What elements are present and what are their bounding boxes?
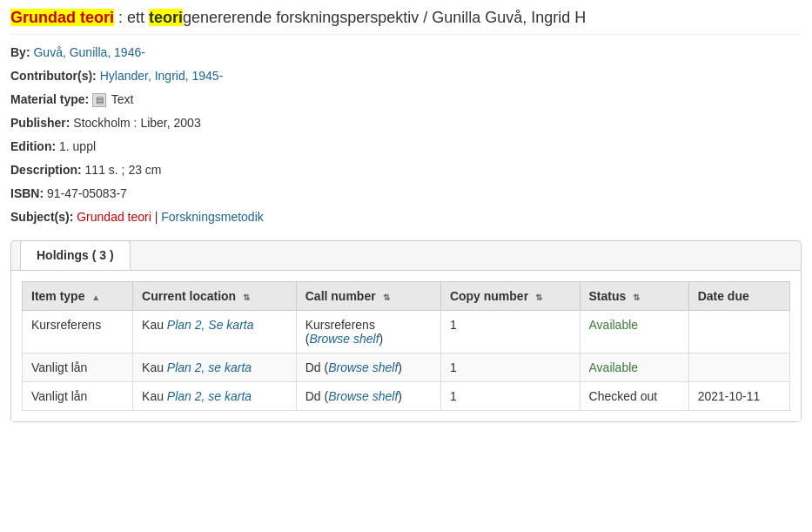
book-title: Grundad teori : ett teorigenererende for…	[10, 9, 802, 35]
table-header-row: Item type ▲ Current location ⇅ Call numb…	[23, 282, 790, 311]
cell-call-number: Dd (Browse shelf)	[296, 354, 440, 382]
table-row: Vanligt lånKau Plan 2, se kartaDd (Brows…	[23, 354, 790, 382]
col-copy-number[interactable]: Copy number ⇅	[440, 282, 580, 311]
cell-date-due: 2021-10-11	[688, 382, 789, 411]
cell-date-due	[688, 354, 789, 382]
subject-link-grundad[interactable]: Grundad teori	[77, 210, 151, 224]
subject-link-forskningsmetodik[interactable]: Forskningsmetodik	[161, 210, 264, 224]
col-date-due: Date due	[688, 282, 789, 311]
browse-shelf-link[interactable]: Browse shelf	[309, 332, 379, 346]
cell-call-number: Kursreferens(Browse shelf)	[296, 311, 440, 354]
material-value: Text	[111, 92, 134, 106]
cell-item-type: Kursreferens	[23, 311, 133, 354]
author-link[interactable]: Guvå, Gunilla, 1946-	[33, 45, 144, 59]
cell-call-number: Dd (Browse shelf)	[296, 382, 440, 411]
cell-status: Available	[580, 311, 688, 354]
material-icon: ▤	[92, 93, 106, 107]
cell-copy-number: 1	[440, 311, 580, 354]
col-call-number[interactable]: Call number ⇅	[296, 282, 440, 311]
page-container: Grundad teori : ett teorigenererende for…	[0, 0, 812, 431]
isbn-row: ISBN: 91-47-05083-7	[10, 185, 802, 203]
contributor-label: Contributor(s):	[10, 69, 97, 83]
cell-item-type: Vanligt lån	[23, 382, 133, 411]
description-label: Description:	[10, 163, 82, 177]
subjects-row: Subject(s): Grundad teori | Forskningsme…	[10, 208, 802, 226]
cell-status: Checked out	[580, 382, 688, 411]
cell-location: Kau Plan 2, se karta	[133, 354, 297, 382]
publisher-label: Publisher:	[10, 116, 70, 130]
edition-value: 1. uppl	[59, 139, 96, 153]
browse-shelf-link[interactable]: Browse shelf	[328, 360, 398, 374]
sort-icon-item-type: ▲	[91, 293, 100, 302]
cell-date-due	[688, 311, 789, 354]
location-link[interactable]: Plan 2, se karta	[167, 389, 252, 403]
cell-copy-number: 1	[440, 382, 580, 411]
holdings-table-wrapper: Item type ▲ Current location ⇅ Call numb…	[11, 271, 801, 421]
cell-item-type: Vanligt lån	[23, 354, 133, 382]
col-status[interactable]: Status ⇅	[580, 282, 688, 311]
col-current-location[interactable]: Current location ⇅	[133, 282, 297, 311]
holdings-section: Holdings ( 3 ) Item type ▲ Current locat…	[10, 240, 802, 422]
title-highlight-grundad[interactable]: Grundad teori	[10, 9, 114, 26]
material-label: Material type:	[10, 92, 89, 106]
title-suffix: genererende forskningsperspektiv / Gunil…	[183, 9, 586, 26]
title-middle: : ett	[114, 9, 149, 26]
contributor-link[interactable]: Hylander, Ingrid, 1945-	[100, 69, 224, 83]
contributor-row: Contributor(s): Hylander, Ingrid, 1945-	[10, 67, 802, 85]
status-available: Available	[589, 318, 639, 332]
location-link[interactable]: Plan 2, Se karta	[167, 318, 254, 332]
col-item-type[interactable]: Item type ▲	[23, 282, 133, 311]
isbn-value: 91-47-05083-7	[47, 186, 127, 200]
cell-location: Kau Plan 2, se karta	[133, 382, 297, 411]
title-highlight-teori: teori	[149, 9, 183, 26]
author-row: By: Guvå, Gunilla, 1946-	[10, 44, 802, 62]
sort-icon-copy-number: ⇅	[535, 293, 542, 302]
cell-location: Kau Plan 2, Se karta	[133, 311, 297, 354]
material-row: Material type: ▤ Text	[10, 91, 802, 109]
table-row: KursreferensKau Plan 2, Se kartaKursrefe…	[23, 311, 790, 354]
publisher-row: Publisher: Stockholm : Liber, 2003	[10, 114, 802, 132]
location-link[interactable]: Plan 2, se karta	[167, 360, 252, 374]
holdings-table: Item type ▲ Current location ⇅ Call numb…	[22, 281, 790, 411]
description-row: Description: 111 s. ; 23 cm	[10, 161, 802, 179]
isbn-label: ISBN:	[10, 186, 44, 200]
cell-copy-number: 1	[440, 354, 580, 382]
sort-icon-call-number: ⇅	[383, 293, 390, 302]
edition-row: Edition: 1. uppl	[10, 138, 802, 156]
status-available: Available	[589, 360, 639, 374]
sort-icon-status: ⇅	[633, 293, 640, 302]
edition-label: Edition:	[10, 139, 56, 153]
sort-icon-location: ⇅	[243, 293, 250, 302]
author-label: By:	[10, 45, 30, 59]
table-row: Vanligt lånKau Plan 2, se kartaDd (Brows…	[23, 382, 790, 411]
subjects-label: Subject(s):	[10, 210, 73, 224]
publisher-value: Stockholm : Liber, 2003	[73, 116, 200, 130]
description-value: 111 s. ; 23 cm	[85, 163, 162, 177]
browse-shelf-link[interactable]: Browse shelf	[328, 389, 398, 403]
holdings-tab[interactable]: Holdings ( 3 )	[20, 240, 131, 270]
holdings-tab-bar: Holdings ( 3 )	[11, 241, 801, 271]
cell-status: Available	[580, 354, 688, 382]
